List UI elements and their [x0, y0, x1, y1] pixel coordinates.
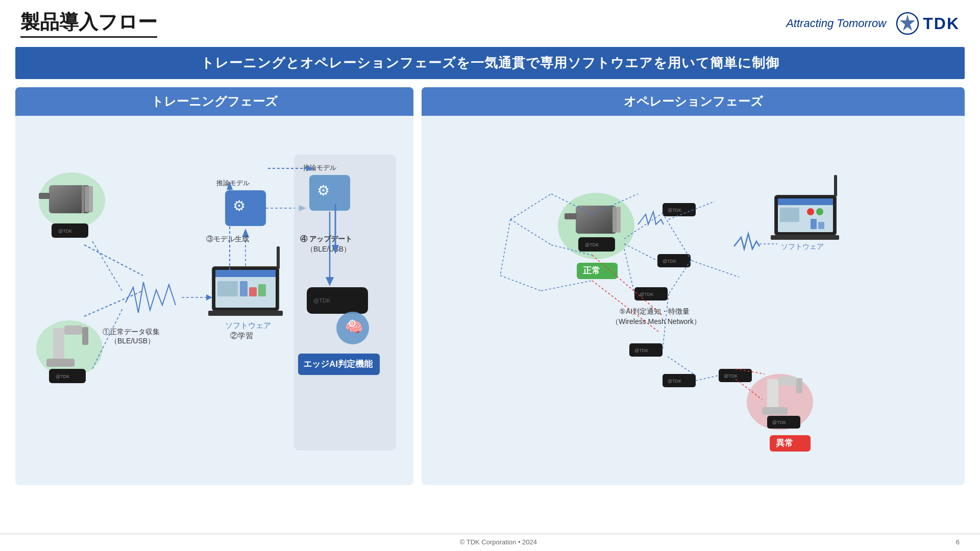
- svg-text:推論モデル: 推論モデル: [303, 164, 336, 171]
- operation-phase-title: オペレーションフェーズ: [624, 94, 763, 108]
- svg-line-98: [624, 244, 657, 261]
- svg-rect-45: [217, 281, 238, 296]
- svg-text:@TDK: @TDK: [313, 297, 331, 304]
- training-panel: トレーニングフェーズ @TDK: [15, 87, 413, 485]
- page-title: 製品導入フロー: [20, 9, 157, 38]
- svg-text:（BLE/USB）: （BLE/USB）: [110, 337, 155, 345]
- svg-rect-50: [277, 246, 280, 269]
- svg-rect-47: [249, 287, 257, 296]
- training-phase-header: トレーニングフェーズ: [15, 87, 413, 116]
- svg-rect-113: [778, 198, 833, 205]
- svg-text:正常: 正常: [583, 266, 600, 276]
- svg-text:⚙: ⚙: [348, 318, 357, 329]
- svg-text:@TDK: @TDK: [724, 373, 738, 379]
- svg-text:異常: 異常: [776, 438, 793, 448]
- svg-rect-124: [778, 377, 796, 386]
- svg-rect-114: [780, 208, 799, 222]
- svg-rect-33: [46, 359, 75, 367]
- svg-line-107: [692, 261, 739, 277]
- tdk-logo-icon: [895, 11, 920, 36]
- svg-text:ソフトウェア: ソフトウェア: [781, 242, 824, 251]
- svg-line-99: [624, 249, 634, 294]
- svg-rect-46: [240, 281, 248, 296]
- main-content: トレーニングフェーズ @TDK: [15, 87, 965, 485]
- svg-rect-120: [834, 175, 837, 196]
- svg-text:⑤AI判定通知・特徴量: ⑤AI判定通知・特徴量: [619, 307, 690, 315]
- svg-rect-24: [85, 186, 89, 212]
- svg-rect-119: [771, 235, 839, 240]
- svg-rect-126: [762, 407, 788, 415]
- svg-text:@TDK: @TDK: [58, 229, 72, 234]
- svg-point-115: [807, 208, 814, 215]
- footer: © TDK Corporation • 2024 6: [0, 534, 980, 546]
- tdk-logo: TDK: [895, 11, 960, 36]
- svg-text:@TDK: @TDK: [640, 292, 653, 297]
- svg-text:エッジAI判定機能: エッジAI判定機能: [303, 359, 373, 369]
- svg-text:@TDK: @TDK: [663, 259, 676, 264]
- svg-text:@TDK: @TDK: [634, 348, 648, 353]
- svg-text:@TDK: @TDK: [585, 242, 599, 247]
- tdk-text: TDK: [923, 14, 960, 33]
- svg-rect-30: [53, 328, 64, 361]
- svg-line-104: [668, 357, 696, 375]
- training-phase-body: @TDK @TDK ①正常データ収集 （BLE/USB）: [15, 116, 413, 487]
- svg-text:@TDK: @TDK: [668, 208, 681, 213]
- svg-point-116: [816, 208, 823, 215]
- svg-rect-118: [818, 222, 824, 229]
- svg-rect-49: [208, 311, 283, 316]
- svg-rect-26: [82, 185, 84, 213]
- svg-rect-32: [82, 327, 88, 345]
- main-banner-text: トレーニングとオペレーションフェーズを一気通貫で専用ソフトウエアを用いて簡単に制…: [201, 55, 779, 70]
- attracting-tomorrow: Attracting Tomorrow: [786, 17, 886, 30]
- svg-rect-117: [811, 219, 817, 229]
- svg-line-38: [92, 241, 123, 292]
- main-banner: トレーニングとオペレーションフェーズを一気通貫で専用ソフトウエアを用いて簡単に制…: [15, 47, 965, 79]
- svg-rect-55: [225, 190, 266, 226]
- svg-text:③モデル生成: ③モデル生成: [206, 235, 249, 243]
- svg-rect-62: [309, 175, 350, 211]
- svg-rect-78: [565, 213, 577, 219]
- svg-line-103: [696, 375, 719, 381]
- svg-line-100: [663, 213, 692, 261]
- svg-marker-20: [900, 14, 915, 31]
- svg-text:ソフトウェア: ソフトウェア: [225, 321, 271, 330]
- svg-rect-23: [39, 193, 50, 199]
- svg-text:⚙: ⚙: [233, 198, 246, 214]
- training-phase-title: トレーニングフェーズ: [151, 94, 278, 108]
- svg-rect-80: [617, 207, 621, 233]
- svg-text:（BLE/USB）: （BLE/USB）: [306, 245, 351, 253]
- svg-rect-125: [796, 378, 802, 393]
- svg-rect-123: [767, 379, 778, 410]
- operation-phase-body: @TDK 正常 @TDK @TDK @TDK @TDK @: [422, 116, 965, 487]
- footer-copyright: © TDK Corporation • 2024: [460, 538, 537, 546]
- operation-diagram: @TDK 正常 @TDK @TDK @TDK @TDK @: [430, 124, 957, 471]
- svg-rect-44: [215, 270, 276, 277]
- svg-rect-79: [612, 207, 617, 233]
- footer-page: 6: [956, 538, 960, 546]
- svg-text:@TDK: @TDK: [772, 420, 786, 425]
- svg-text:（Wireless Mesh Network）: （Wireless Mesh Network）: [611, 317, 701, 325]
- svg-rect-77: [576, 206, 617, 234]
- training-diagram: @TDK @TDK ①正常データ収集 （BLE/USB）: [23, 124, 401, 471]
- svg-text:推論モデル: 推論モデル: [216, 179, 250, 187]
- header: 製品導入フロー Attracting Tomorrow TDK: [0, 0, 980, 43]
- svg-text:⚙: ⚙: [317, 183, 330, 198]
- svg-rect-48: [258, 284, 266, 296]
- svg-rect-31: [64, 325, 82, 335]
- svg-text:@TDK: @TDK: [668, 379, 681, 384]
- svg-rect-25: [89, 186, 93, 212]
- operation-panel: オペレーションフェーズ @TDK 正常 @TDK: [422, 87, 965, 485]
- header-right: Attracting Tomorrow TDK: [786, 11, 960, 36]
- svg-text:④ アップデート: ④ アップデート: [300, 235, 352, 243]
- svg-marker-41: [206, 294, 212, 300]
- svg-text:②学習: ②学習: [230, 331, 253, 340]
- operation-phase-header: オペレーションフェーズ: [422, 87, 965, 116]
- svg-text:@TDK: @TDK: [56, 374, 69, 379]
